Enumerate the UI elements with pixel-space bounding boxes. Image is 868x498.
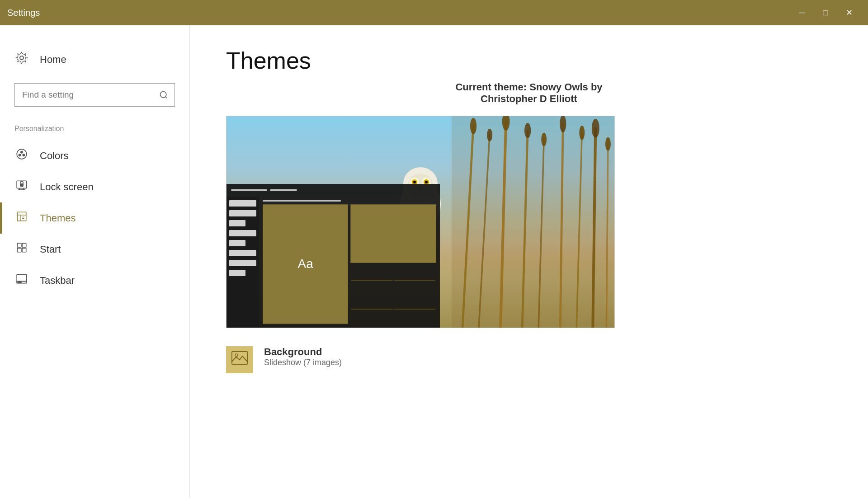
sidebar-section-label: Personalization <box>0 121 189 140</box>
svg-point-50 <box>235 354 238 357</box>
sidebar-item-taskbar[interactable]: Taskbar <box>0 265 189 296</box>
overlay-sidebar-item-1 <box>229 200 256 207</box>
svg-point-40 <box>470 118 476 134</box>
svg-point-48 <box>605 137 611 151</box>
colors-icon <box>14 148 29 163</box>
sidebar-item-start[interactable]: Start <box>0 234 189 265</box>
svg-rect-8 <box>20 184 24 186</box>
svg-rect-17 <box>20 282 21 283</box>
taskbar-label: Taskbar <box>40 275 75 287</box>
svg-point-47 <box>592 119 599 138</box>
menu-line-2 <box>270 189 297 191</box>
overlay-tile-top-right <box>350 204 436 263</box>
close-button[interactable]: ✕ <box>837 0 861 25</box>
overlay-sidebar-item-7 <box>229 260 256 266</box>
themes-label: Themes <box>40 212 75 224</box>
svg-point-43 <box>524 123 531 138</box>
minimize-button[interactable]: ─ <box>790 0 814 25</box>
start-label: Start <box>40 244 61 255</box>
svg-rect-11 <box>22 243 26 247</box>
main-content: Home Personalization <box>0 25 868 498</box>
svg-point-27 <box>425 181 428 183</box>
overlay-title-bar <box>263 200 341 202</box>
window-controls: ─ □ ✕ <box>790 0 861 25</box>
svg-point-4 <box>21 151 23 153</box>
theme-ui-overlay: Aa <box>226 184 440 328</box>
themes-icon <box>14 211 29 226</box>
svg-point-44 <box>541 133 547 146</box>
svg-rect-10 <box>17 243 21 247</box>
titlebar: Settings ─ □ ✕ <box>0 0 868 25</box>
svg-point-1 <box>18 54 26 62</box>
content-area: Themes Current theme: Snowy Owls byChris… <box>190 25 868 498</box>
colors-label: Colors <box>40 150 69 162</box>
background-section: Background Slideshow (7 images) <box>226 346 832 373</box>
svg-point-2 <box>160 92 166 98</box>
overlay-sidebar-item-4 <box>229 230 256 236</box>
svg-point-3 <box>17 149 27 159</box>
small-tile-2 <box>394 280 435 281</box>
small-tile-3 <box>351 309 392 310</box>
overlay-sidebar-item-5 <box>229 240 245 246</box>
sidebar-item-themes[interactable]: Themes <box>0 202 189 234</box>
background-icon <box>231 350 248 370</box>
svg-point-6 <box>23 154 24 156</box>
start-icon <box>14 242 29 257</box>
background-title: Background <box>264 346 342 358</box>
small-tile-4 <box>394 309 435 310</box>
maximize-button[interactable]: □ <box>814 0 837 25</box>
overlay-sidebar-item-3 <box>229 220 245 226</box>
overlay-tile-small <box>350 265 436 324</box>
search-box <box>14 83 175 107</box>
overlay-tiles: Aa <box>263 204 436 324</box>
overlay-sidebar-item-8 <box>229 270 245 276</box>
small-tile-1 <box>351 280 392 281</box>
sidebar-item-colors[interactable]: Colors <box>0 140 189 171</box>
svg-rect-9 <box>17 212 26 221</box>
taskbar-icon <box>14 273 29 288</box>
background-subtitle: Slideshow (7 images) <box>264 358 342 367</box>
aa-label: Aa <box>298 257 313 271</box>
background-icon-wrap <box>226 346 253 373</box>
page-title: Themes <box>226 47 832 74</box>
search-input[interactable] <box>15 90 153 100</box>
sidebar: Home Personalization <box>0 25 190 498</box>
menu-line-1 <box>231 189 267 191</box>
overlay-body: Aa <box>226 197 440 328</box>
svg-rect-16 <box>18 282 19 283</box>
overlay-tile-aa: Aa <box>263 204 348 324</box>
svg-rect-49 <box>232 352 247 364</box>
theme-preview: Aa <box>226 116 615 328</box>
svg-point-46 <box>579 126 585 140</box>
search-icon <box>153 83 175 107</box>
svg-point-26 <box>413 181 416 183</box>
current-theme-label: Current theme: Snowy Owls byChristopher … <box>226 81 832 105</box>
svg-rect-12 <box>17 248 21 252</box>
overlay-topbar <box>226 184 440 197</box>
app-title: Settings <box>7 8 40 18</box>
reeds <box>452 116 614 328</box>
sidebar-item-home[interactable]: Home <box>0 43 189 76</box>
background-text: Background Slideshow (7 images) <box>264 346 342 367</box>
lock-screen-label: Lock screen <box>40 181 94 193</box>
overlay-sidebar-item-2 <box>229 210 256 216</box>
sidebar-item-lock-screen[interactable]: Lock screen <box>0 171 189 202</box>
home-label: Home <box>40 54 66 66</box>
overlay-main: Aa <box>259 197 440 328</box>
svg-point-0 <box>20 56 24 60</box>
svg-rect-13 <box>22 248 26 252</box>
overlay-sidebar <box>226 197 259 328</box>
svg-rect-30 <box>452 116 614 328</box>
home-icon <box>14 51 29 69</box>
svg-point-41 <box>487 129 492 141</box>
svg-point-5 <box>19 154 21 156</box>
lock-screen-icon <box>14 179 29 194</box>
overlay-sidebar-item-6 <box>229 250 256 256</box>
